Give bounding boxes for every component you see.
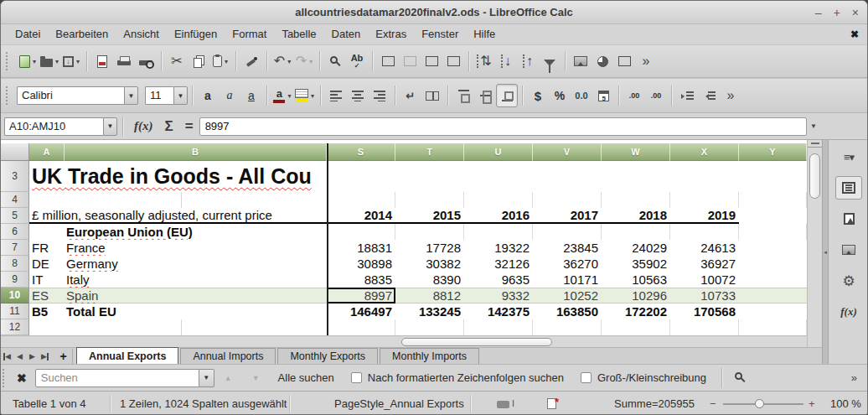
date-format-button[interactable] — [592, 84, 614, 107]
cell-T12[interactable] — [395, 319, 464, 335]
page-style-status[interactable]: PageStyle_Annual Exports — [334, 397, 464, 410]
align-center-button[interactable] — [347, 84, 369, 107]
row-header-8[interactable]: 8 — [1, 256, 29, 272]
cell-W6[interactable] — [602, 224, 670, 240]
cell-Y5[interactable] — [739, 208, 807, 224]
italic-button[interactable]: a — [219, 84, 240, 107]
menu-einfügen[interactable]: Einfügen — [167, 24, 225, 44]
find-all-button[interactable]: Alle suchen — [270, 371, 343, 384]
cell-B8[interactable]: Germany — [65, 256, 327, 272]
close-find-bar-button[interactable]: ✖ — [13, 371, 35, 385]
toolbar-grip[interactable] — [6, 52, 13, 70]
sheet-nav-next-sheet-icon[interactable]: ▶ — [26, 349, 39, 364]
sort-ascending-button[interactable]: ↑ — [517, 49, 539, 73]
spelling-button[interactable]: Ab — [346, 49, 368, 73]
vertical-scrollbar[interactable] — [807, 140, 822, 347]
row-header-12[interactable]: 12 — [1, 319, 29, 335]
horizontal-scrollbar-thumb[interactable] — [401, 338, 552, 346]
minimize-button[interactable]: – — [815, 7, 822, 18]
search-dropdown-icon[interactable]: ▼ — [199, 369, 214, 387]
bold-button[interactable]: a — [197, 84, 219, 107]
cell-S8[interactable]: 30898 — [327, 256, 395, 272]
row-header-10[interactable]: 10 — [1, 288, 29, 303]
cell-A8[interactable]: DE — [29, 256, 65, 272]
cell-Y10[interactable] — [739, 288, 807, 303]
delete-decimal-place-button[interactable]: .00 — [645, 84, 667, 107]
cell-Y9[interactable] — [739, 272, 807, 288]
cell-X4[interactable] — [670, 192, 739, 208]
sidebar-sidebar-menu-button[interactable]: ≡▾ — [835, 145, 862, 169]
cell-T4[interactable] — [395, 192, 464, 208]
horizontal-scrollbar[interactable] — [1, 335, 807, 347]
cell-V6[interactable] — [533, 224, 602, 240]
toolbar-overflow-button[interactable]: » — [720, 84, 741, 107]
menu-fenster[interactable]: Fenster — [414, 24, 466, 44]
selection-status[interactable]: 1 Zeilen, 1024 Spalten ausgewählt — [120, 397, 287, 410]
pivot-table-button[interactable] — [613, 49, 635, 73]
cell-V8[interactable]: 36270 — [533, 256, 602, 272]
cell-X10[interactable]: 10733 — [670, 288, 739, 303]
insert-image-button[interactable] — [570, 49, 592, 73]
sheet-tab-annual-exports[interactable]: Annual Exports — [76, 347, 178, 364]
sidebar-splitter[interactable]: ◂ — [822, 140, 829, 364]
cell-X8[interactable]: 36927 — [670, 256, 739, 272]
row-header-5[interactable]: 5 — [1, 208, 29, 224]
cell-V11[interactable]: 163850 — [533, 303, 602, 319]
cell-B6[interactable]: European Union (EU) — [65, 224, 327, 240]
export-pdf-button[interactable] — [91, 49, 113, 73]
menu-extras[interactable]: Extras — [368, 24, 414, 44]
open-button[interactable]: ▾ — [39, 49, 60, 73]
menu-ansicht[interactable]: Ansicht — [116, 24, 167, 44]
decrease-indent-button[interactable] — [698, 84, 720, 107]
highlighting-color-button[interactable]: ▾ — [293, 84, 316, 107]
cell-V5[interactable]: 2017 — [533, 208, 602, 224]
cell-W8[interactable]: 35902 — [602, 256, 670, 272]
document-modified-icon[interactable] — [547, 398, 556, 409]
cell-A12[interactable] — [29, 319, 65, 335]
add-decimal-place-button[interactable]: .00 — [623, 84, 645, 107]
close-button[interactable]: × — [852, 7, 859, 18]
cells-right-blank[interactable] — [327, 161, 807, 192]
sum-status[interactable]: Summe=205955 — [592, 397, 717, 410]
cell-S7[interactable]: 18831 — [327, 240, 395, 256]
undo-button[interactable]: ↶▾ — [271, 49, 293, 73]
cell-S11[interactable]: 146497 — [327, 303, 395, 319]
menu-tabelle[interactable]: Tabelle — [274, 24, 323, 44]
sort-descending-button[interactable]: ↓ — [495, 49, 517, 73]
insert-row-button[interactable] — [377, 49, 399, 73]
sidebar-gallery-button[interactable] — [835, 238, 862, 262]
maximize-button[interactable]: + — [834, 7, 840, 18]
sidebar-styles-button[interactable] — [835, 207, 862, 231]
cell-S12[interactable] — [327, 319, 395, 335]
zoom-level[interactable]: 100 % — [830, 397, 861, 410]
formatted-strings-checkbox[interactable] — [351, 372, 362, 383]
cell-U6[interactable] — [464, 224, 533, 240]
column-header-B[interactable]: B — [65, 143, 327, 161]
zoom-slider-knob[interactable] — [755, 399, 764, 408]
cell-X12[interactable] — [670, 319, 739, 335]
title-bar[interactable]: allcountriesdatamar2020finalv2.ods - Lib… — [1, 1, 867, 24]
sheet-tab-monthly-imports[interactable]: Monthly Imports — [380, 348, 479, 364]
cell-V12[interactable] — [533, 319, 602, 335]
split-window-handle[interactable] — [808, 140, 822, 148]
cell-W10[interactable]: 10296 — [602, 288, 670, 303]
cell-T9[interactable]: 8390 — [395, 272, 464, 288]
cell-Y12[interactable] — [739, 319, 807, 335]
cell-V7[interactable]: 23845 — [533, 240, 602, 256]
cell-B4[interactable] — [65, 192, 327, 208]
cell-V4[interactable] — [533, 192, 602, 208]
font-name-dropdown-icon[interactable]: ▼ — [124, 86, 138, 105]
new-document-button[interactable]: ▾ — [17, 49, 39, 73]
match-case-checkbox[interactable] — [581, 372, 592, 383]
find-replace-button[interactable] — [324, 49, 346, 73]
cell-W4[interactable] — [602, 192, 670, 208]
cell-Y8[interactable] — [739, 256, 807, 272]
cell-A4[interactable] — [29, 192, 65, 208]
find-bar-overflow-icon[interactable]: » — [851, 371, 867, 384]
function-wizard-icon[interactable]: f(x) — [128, 119, 159, 133]
print-preview-button[interactable] — [135, 49, 157, 73]
cell-X9[interactable]: 10072 — [670, 272, 739, 288]
add-sheet-button[interactable]: + — [54, 349, 73, 364]
cell-S10[interactable]: 8997 — [327, 288, 395, 303]
cell-U12[interactable] — [464, 319, 533, 335]
